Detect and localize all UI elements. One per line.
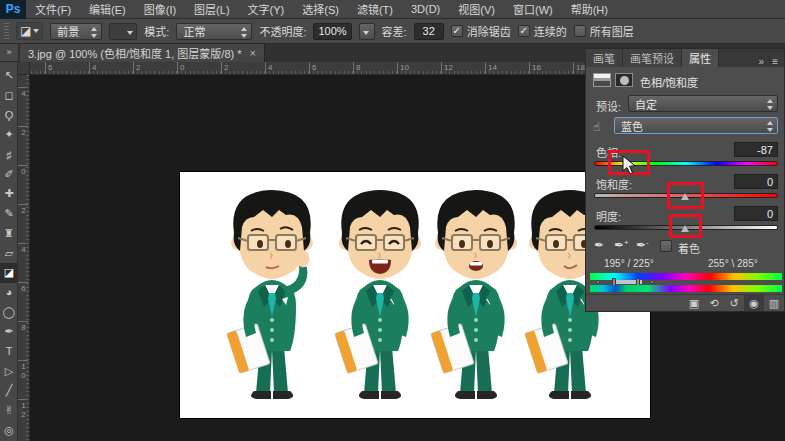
menu-file[interactable]: 文件(F) <box>26 1 80 17</box>
delete-adjustment-icon[interactable]: ▥ <box>764 295 784 311</box>
colorize-checkbox[interactable] <box>660 240 672 252</box>
magic-wand-icon: ✦ <box>4 128 13 141</box>
eyedropper-tool-button[interactable]: ✐ <box>0 164 18 184</box>
marquee-tool-button[interactable]: ◻ <box>0 86 18 106</box>
checkbox-icon: ✓ <box>518 25 530 37</box>
saturation-value-input[interactable]: 0 <box>734 174 778 189</box>
tolerance-input[interactable]: 32 <box>414 23 444 40</box>
panel-tab-bar: 画笔 画笔预设 属性 » ≡ <box>586 49 784 67</box>
collapse-panel-icon[interactable]: » <box>754 56 770 67</box>
reset-icon[interactable]: ↺ <box>724 295 744 311</box>
ruler-tick: 10 <box>397 62 441 75</box>
highlight-lightness-thumb <box>669 214 702 238</box>
eraser-tool-button[interactable]: ▱ <box>0 243 18 263</box>
paint-bucket-preset[interactable]: ◪ <box>16 22 43 40</box>
options-grip <box>4 23 9 39</box>
menu-3d[interactable]: 3D(D) <box>402 3 449 15</box>
paint-bucket-icon: ◪ <box>20 24 31 38</box>
document-title: 3.jpg @ 100% (色相/饱和度 1, 图层蒙版/8) * <box>28 45 242 61</box>
zoom-icon: ◎ <box>4 424 14 437</box>
menu-image[interactable]: 图像(I) <box>135 1 185 17</box>
mode-select[interactable]: 正常 <box>176 23 252 40</box>
marquee-icon: ◻ <box>4 89 13 102</box>
preset-select[interactable]: 自定 <box>628 95 778 112</box>
line-tool-button[interactable]: ╱ <box>0 381 18 401</box>
spinner-icon <box>767 99 774 110</box>
pattern-picker[interactable] <box>109 23 137 40</box>
pen-tool-button[interactable]: ✒ <box>0 322 18 342</box>
ruler-tick: 4 <box>18 87 28 126</box>
tab-brush[interactable]: 画笔 <box>586 49 623 67</box>
layer-mask-icon[interactable] <box>615 73 633 87</box>
eyedropper-subtract-icon[interactable]: ✒- <box>636 238 649 252</box>
targeted-adjustment-icon[interactable]: ☝ <box>593 120 600 134</box>
hue-value-input[interactable]: -87 <box>734 142 778 157</box>
menu-window[interactable]: 窗口(W) <box>504 1 562 17</box>
range-falloff-dot[interactable] <box>650 280 654 284</box>
menu-view[interactable]: 视图(V) <box>449 1 504 17</box>
ruler-tick: 2 <box>221 62 265 75</box>
visibility-eye-icon[interactable]: ◉ <box>744 295 764 311</box>
lightness-value-input[interactable]: 0 <box>734 206 778 221</box>
ruler-tick: 0 <box>18 165 28 204</box>
fill-source-select[interactable]: 前景 <box>50 23 102 40</box>
eraser-icon: ▱ <box>5 247 13 260</box>
type-tool-button[interactable]: T <box>0 342 18 362</box>
ruler-tick: 8 <box>18 321 28 360</box>
crop-tool-button[interactable]: ♯ <box>0 145 18 165</box>
all-layers-checkbox[interactable]: 所有图层 <box>574 23 634 39</box>
opacity-dropdown-button[interactable] <box>359 23 375 40</box>
menu-help[interactable]: 帮助(H) <box>562 1 617 17</box>
close-tab-icon[interactable]: × <box>250 47 256 59</box>
menu-type[interactable]: 文字(Y) <box>239 1 294 17</box>
anti-alias-checkbox[interactable]: ✓ 消除锯齿 <box>451 23 511 39</box>
tab-brush-presets[interactable]: 画笔预设 <box>623 49 682 67</box>
zoom-tool-button[interactable]: ◎ <box>0 420 18 440</box>
healing-brush-tool-button[interactable]: ✚ <box>0 184 18 204</box>
menu-layer[interactable]: 图层(L) <box>185 1 238 17</box>
toolbar-collapse-button[interactable]: » <box>0 44 18 62</box>
paint-bucket-tool-button[interactable]: ◪ <box>0 263 18 283</box>
preset-value: 自定 <box>635 96 657 112</box>
clone-stamp-tool-button[interactable]: ♜ <box>0 224 18 244</box>
preset-label: 预设: <box>596 98 621 114</box>
hand-tool-button[interactable]: ✌ <box>0 401 18 421</box>
brush-icon: ✎ <box>4 207 13 220</box>
character-1 <box>227 190 313 399</box>
brush-tool-button[interactable]: ✎ <box>0 204 18 224</box>
hue-ramp-adjusted <box>590 285 782 292</box>
channel-select[interactable]: 蓝色 <box>614 117 778 134</box>
tolerance-label: 容差: <box>382 23 407 39</box>
menu-filter[interactable]: 滤镜(T) <box>348 1 402 17</box>
document-canvas[interactable] <box>180 172 650 418</box>
ruler-tick: 4 <box>265 62 309 75</box>
tab-properties[interactable]: 属性 <box>682 49 719 67</box>
type-icon: T <box>6 345 13 357</box>
menu-select[interactable]: 选择(S) <box>293 1 348 17</box>
ruler-tick: 12 <box>18 399 28 438</box>
crop-icon: ♯ <box>6 149 12 161</box>
magic-wand-tool-button[interactable]: ✦ <box>0 125 18 145</box>
view-previous-state-icon[interactable]: ⟲ <box>704 295 724 311</box>
lightness-label: 明度: <box>596 208 621 224</box>
blur-icon: ◕ <box>6 286 13 298</box>
opacity-value[interactable]: 100% <box>313 23 351 40</box>
eyedropper-sample-icon[interactable]: ✒ <box>594 238 604 252</box>
range-falloff-dot[interactable] <box>596 280 600 284</box>
path-selection-tool-button[interactable]: ▷ <box>0 361 18 381</box>
menu-edit[interactable]: 编辑(E) <box>80 1 135 17</box>
lasso-tool-button[interactable]: Ϙ <box>0 105 18 125</box>
clip-to-layer-icon[interactable]: ▣ <box>684 295 704 311</box>
range-right-label: 255° \ 285° <box>708 258 758 269</box>
all-layers-label: 所有图层 <box>590 23 634 39</box>
panel-menu-icon[interactable]: ≡ <box>769 56 784 67</box>
contiguous-checkbox[interactable]: ✓ 连续的 <box>518 23 567 39</box>
document-tab[interactable]: 3.jpg @ 100% (色相/饱和度 1, 图层蒙版/8) * × <box>20 44 265 62</box>
move-tool-button[interactable]: ↖ <box>0 66 18 86</box>
hue-saturation-adjustment-icon <box>593 73 611 87</box>
eyedropper-add-icon[interactable]: ✒+ <box>614 238 629 252</box>
properties-panel: 画笔 画笔预设 属性 » ≡ 色相/饱和度 预设: 自定 ☝ 蓝色 色相: -8… <box>585 48 785 312</box>
dodge-tool-button[interactable]: ◯ <box>0 302 18 322</box>
cartoon-characters-artwork <box>180 172 650 418</box>
blur-tool-button[interactable]: ◕ <box>0 283 18 303</box>
